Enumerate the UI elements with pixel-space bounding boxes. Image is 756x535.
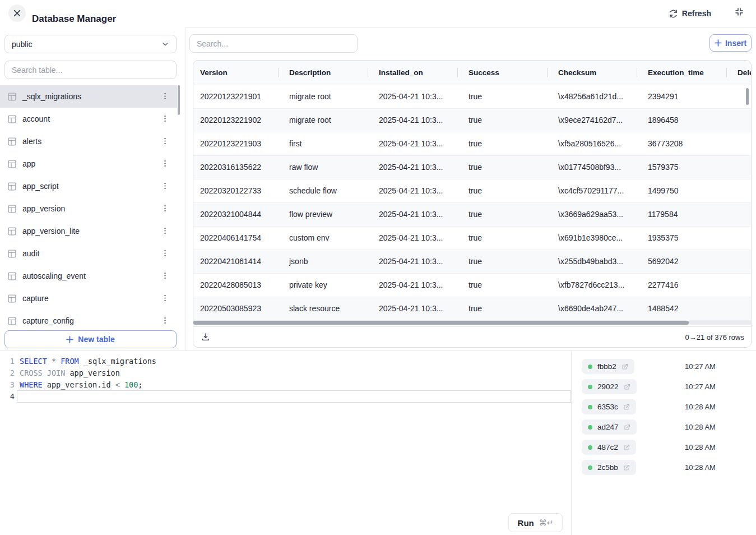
- sidebar-item-audit[interactable]: audit: [0, 242, 177, 265]
- compress-view-button[interactable]: [735, 7, 744, 16]
- close-button[interactable]: [8, 4, 26, 22]
- table-cell[interactable]: true: [457, 156, 547, 179]
- table-row[interactable]: 20220428085013private key2025-04-21 10:3…: [193, 274, 751, 297]
- sidebar-scrollbar[interactable]: [178, 85, 180, 115]
- new-table-button[interactable]: New table: [4, 330, 177, 348]
- table-cell[interactable]: private key: [278, 274, 368, 297]
- table-cell[interactable]: 2025-04-21 10:3...: [368, 227, 457, 250]
- table-cell[interactable]: true: [457, 274, 547, 297]
- sidebar-item-app[interactable]: app: [0, 153, 177, 175]
- table-cell[interactable]: 1896458: [637, 109, 726, 132]
- table-row[interactable]: 20220316135622raw flow2025-04-21 10:3...…: [193, 156, 751, 179]
- table-cell[interactable]: 2025-04-21 10:3...: [368, 156, 457, 179]
- table-cell[interactable]: \x3669a629aa53...: [547, 203, 637, 226]
- code-line-1[interactable]: 1SELECT * FROM _sqlx_migrations: [0, 356, 571, 367]
- table-cell[interactable]: slack resource: [278, 297, 368, 320]
- table-row[interactable]: 20220406141754custom env2025-04-21 10:3.…: [193, 227, 751, 250]
- table-cell[interactable]: 20220321004844: [193, 203, 278, 226]
- sidebar-item-app_script[interactable]: app_script: [0, 175, 177, 197]
- refresh-button[interactable]: Refresh: [666, 6, 715, 21]
- table-cell[interactable]: 5692042: [637, 250, 726, 273]
- sidebar-item-capture_config[interactable]: capture_config: [0, 310, 177, 328]
- sidebar-item-app_version_lite[interactable]: app_version_lite: [0, 220, 177, 242]
- table-row[interactable]: 20220123221902migrate root2025-04-21 10:…: [193, 109, 751, 132]
- table-cell[interactable]: 1499750: [637, 179, 726, 202]
- table-cell[interactable]: \x9ece274162d7...: [547, 109, 637, 132]
- table-row[interactable]: 20220320122733schedule flow2025-04-21 10…: [193, 179, 751, 203]
- table-cell[interactable]: 1579375: [637, 156, 726, 179]
- sidebar-item-_sqlx_migrations[interactable]: _sqlx_migrations: [0, 85, 177, 108]
- kebab-menu-icon[interactable]: [161, 227, 169, 235]
- table-cell[interactable]: 2025-04-21 10:3...: [368, 179, 457, 202]
- result-pill-6353c[interactable]: 6353c: [582, 399, 636, 414]
- sidebar-item-autoscaling_event[interactable]: autoscaling_event: [0, 265, 177, 287]
- table-cell[interactable]: flow preview: [278, 203, 368, 226]
- table-cell[interactable]: 20220123221901: [193, 85, 278, 108]
- table-cell[interactable]: 20220316135622: [193, 156, 278, 179]
- code-line-3[interactable]: 3WHERE app_version.id < 100;: [0, 379, 571, 391]
- kebab-menu-icon[interactable]: [161, 182, 169, 190]
- result-pill-487c2[interactable]: 487c2: [582, 440, 636, 455]
- table-cell[interactable]: \x255db49babd3...: [547, 250, 637, 273]
- table-cell[interactable]: 1488542: [637, 297, 726, 320]
- table-cell[interactable]: true: [457, 297, 547, 320]
- table-row[interactable]: 20220503085923slack resource2025-04-21 1…: [193, 297, 751, 321]
- table-cell[interactable]: raw flow: [278, 156, 368, 179]
- grid-search-input[interactable]: [189, 34, 358, 53]
- table-cell[interactable]: \x48256a61d21d...: [547, 85, 637, 108]
- table-row[interactable]: 20220421061414jsonb2025-04-21 10:3...tru…: [193, 250, 751, 274]
- table-cell[interactable]: 2277416: [637, 274, 726, 297]
- result-pill-ad247[interactable]: ad247: [582, 419, 637, 435]
- kebab-menu-icon[interactable]: [161, 249, 169, 257]
- table-cell[interactable]: schedule flow: [278, 179, 368, 202]
- table-cell[interactable]: true: [457, 227, 547, 250]
- table-cell[interactable]: migrate root: [278, 109, 368, 132]
- table-cell[interactable]: 2025-04-21 10:3...: [368, 250, 457, 273]
- table-cell[interactable]: true: [457, 132, 547, 155]
- sidebar-item-app_version[interactable]: app_version: [0, 197, 177, 220]
- table-cell[interactable]: 20220503085923: [193, 297, 278, 320]
- table-cell[interactable]: true: [457, 203, 547, 226]
- table-cell[interactable]: 20220406141754: [193, 227, 278, 250]
- table-cell[interactable]: 2025-04-21 10:3...: [368, 85, 457, 108]
- table-cell[interactable]: 1935375: [637, 227, 726, 250]
- external-link-icon[interactable]: [624, 384, 630, 390]
- table-cell[interactable]: 2025-04-21 10:3...: [368, 132, 457, 155]
- kebab-menu-icon[interactable]: [161, 204, 169, 213]
- schema-select[interactable]: public: [4, 35, 177, 53]
- table-cell[interactable]: true: [457, 179, 547, 202]
- result-pill-29022[interactable]: 29022: [582, 379, 637, 394]
- table-search-input[interactable]: [4, 61, 177, 79]
- table-cell[interactable]: jsonb: [278, 250, 368, 273]
- table-cell[interactable]: first: [278, 132, 368, 155]
- external-link-icon[interactable]: [622, 363, 628, 370]
- table-cell[interactable]: \xfb7827d6cc213...: [547, 274, 637, 297]
- kebab-menu-icon[interactable]: [161, 316, 169, 325]
- code-line-4[interactable]: 4: [0, 391, 571, 403]
- kebab-menu-icon[interactable]: [161, 137, 169, 145]
- external-link-icon[interactable]: [624, 424, 630, 431]
- sql-editor[interactable]: 1SELECT * FROM _sqlx_migrations2CROSS JO…: [0, 351, 572, 535]
- table-cell[interactable]: custom env: [278, 227, 368, 250]
- table-cell[interactable]: 20220428085013: [193, 274, 278, 297]
- table-row[interactable]: 20220123221903first2025-04-21 10:3...tru…: [193, 132, 751, 156]
- table-cell[interactable]: 2025-04-21 10:3...: [368, 297, 457, 320]
- table-cell[interactable]: 2025-04-21 10:3...: [368, 274, 457, 297]
- table-cell[interactable]: 2025-04-21 10:3...: [368, 203, 457, 226]
- table-row[interactable]: 20220123221901migrate root2025-04-21 10:…: [193, 85, 751, 109]
- insert-row-button[interactable]: Insert: [709, 34, 752, 52]
- code-line-2[interactable]: 2CROSS JOIN app_version: [0, 367, 571, 379]
- external-link-icon[interactable]: [623, 404, 630, 411]
- table-cell[interactable]: 2394291: [637, 85, 726, 108]
- kebab-menu-icon[interactable]: [161, 271, 169, 280]
- table-cell[interactable]: 2025-04-21 10:3...: [368, 109, 457, 132]
- table-cell[interactable]: 20220123221903: [193, 132, 278, 155]
- kebab-menu-icon[interactable]: [161, 294, 169, 302]
- table-cell[interactable]: 20220421061414: [193, 250, 278, 273]
- external-link-icon[interactable]: [623, 444, 630, 451]
- table-horizontal-scrollbar[interactable]: [193, 321, 751, 325]
- sidebar-item-alerts[interactable]: alerts: [0, 130, 177, 153]
- table-cell[interactable]: true: [457, 250, 547, 273]
- table-cell[interactable]: 20220123221902: [193, 109, 278, 132]
- table-cell[interactable]: \xf5a280516526...: [547, 132, 637, 155]
